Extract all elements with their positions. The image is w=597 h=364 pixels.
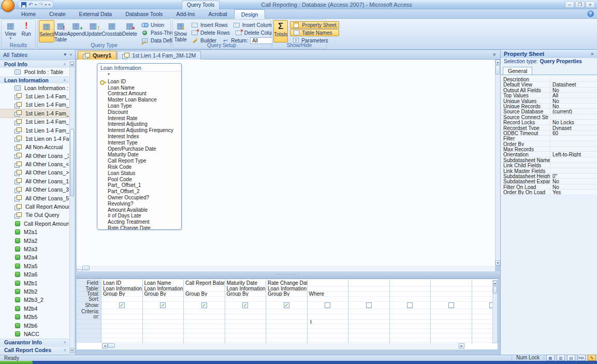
field-list-item[interactable]: * xyxy=(97,72,181,79)
property-value[interactable] xyxy=(550,147,597,152)
grid-cell[interactable] xyxy=(431,319,472,324)
field-list-item[interactable]: Discount xyxy=(97,109,181,115)
scroll-up-icon[interactable]: ▲ xyxy=(493,281,497,286)
delete-button[interactable]: ▦× Delete xyxy=(122,20,137,42)
grid-cell[interactable] xyxy=(143,309,184,314)
ribbon-tab-external-data[interactable]: External Data xyxy=(72,9,119,19)
property-row[interactable]: Order By xyxy=(501,141,597,147)
field-list-item[interactable]: Master Loan Balance xyxy=(97,97,181,103)
grid-cell[interactable] xyxy=(472,292,493,297)
field-list-item[interactable]: Loan Name xyxy=(97,85,181,91)
nav-item[interactable]: M2b4 xyxy=(0,304,69,313)
show-table-button[interactable]: ▦+ Show Table xyxy=(174,20,187,42)
scrollbar-thumb[interactable] xyxy=(493,286,497,294)
grid-cell[interactable] xyxy=(390,324,431,329)
grid-cell[interactable] xyxy=(431,280,472,286)
grid-cell[interactable] xyxy=(101,333,142,338)
field-list-item[interactable]: Owner Occupied? xyxy=(97,195,181,201)
show-checkbox[interactable]: ✓ xyxy=(160,302,166,308)
grid-cell[interactable] xyxy=(390,309,431,314)
ribbon-tab-design[interactable]: Design xyxy=(234,9,266,19)
nav-group-header[interactable]: Pool Info« xyxy=(0,61,69,68)
navigation-pane-header[interactable]: All Tables ▼ « xyxy=(0,50,75,60)
property-row[interactable]: Subdatasheet Height0" xyxy=(501,173,597,179)
table-names-button[interactable]: Table Names xyxy=(290,29,339,36)
grid-cell[interactable]: Group By xyxy=(101,292,142,297)
scroll-up-icon[interactable]: ▲ xyxy=(70,62,74,67)
grid-cell[interactable]: Group By xyxy=(266,292,307,297)
property-row[interactable]: Link Master Fields xyxy=(501,168,597,173)
nav-item[interactable]: M2b3_2 xyxy=(0,296,69,304)
grid-cell[interactable] xyxy=(266,324,307,329)
show-checkbox[interactable]: ✓ xyxy=(242,302,248,308)
nav-item[interactable]: 1st Lien 1-4 Fam_3y-5y xyxy=(0,118,69,126)
grid-cell[interactable] xyxy=(225,309,266,314)
grid-column[interactable] xyxy=(431,280,472,344)
property-value[interactable]: Left-to-Right xyxy=(550,152,597,157)
grid-cell[interactable] xyxy=(143,319,184,324)
document-tab[interactable]: 1st Lien 1-4 Fam_3M-12M xyxy=(117,51,201,60)
view-button[interactable]: ▦ View ▼ xyxy=(3,20,19,42)
field-list-item[interactable]: Interest Adjusting Frequency xyxy=(97,127,181,134)
property-row[interactable]: Description xyxy=(501,77,597,82)
update-button[interactable]: ▦! Update xyxy=(85,20,101,42)
field-list-item[interactable]: Pool Code xyxy=(97,177,181,183)
field-list-item[interactable]: Part_ Offset_1 xyxy=(97,182,181,188)
property-row[interactable]: Source Connect Str xyxy=(501,114,597,120)
show-checkbox[interactable] xyxy=(366,302,372,308)
grid-cell[interactable] xyxy=(431,292,472,297)
nav-item[interactable]: M2a2 xyxy=(0,236,69,244)
nav-item[interactable]: M2b2 xyxy=(0,287,69,296)
grid-show-cell[interactable] xyxy=(431,302,472,309)
grid-cell[interactable] xyxy=(143,297,184,302)
grid-cell[interactable] xyxy=(308,329,348,333)
grid-cell[interactable] xyxy=(143,333,184,338)
grid-cell[interactable] xyxy=(101,314,142,319)
field-list-item[interactable]: Rate Change Date xyxy=(97,225,181,230)
restore-button[interactable]: ❐ xyxy=(575,1,585,8)
nav-item[interactable]: M2b5 xyxy=(0,313,69,321)
grid-cell[interactable] xyxy=(101,297,142,302)
nav-item[interactable]: All Other Loans_>15y xyxy=(0,168,69,177)
grid-cell[interactable] xyxy=(225,329,266,333)
nav-group-header[interactable]: Call Report Codes« xyxy=(0,346,69,354)
property-value[interactable]: 0" xyxy=(550,173,597,179)
grid-cell[interactable] xyxy=(184,319,225,324)
nav-item[interactable]: All Other Loans_<3M xyxy=(0,160,69,168)
field-list-item[interactable]: Loan Status xyxy=(97,170,181,177)
nav-item[interactable]: M2a4 xyxy=(0,253,69,261)
grid-cell[interactable] xyxy=(225,314,266,319)
grid-cell[interactable] xyxy=(308,324,348,329)
chevron-icon[interactable]: « xyxy=(62,79,67,82)
document-tab[interactable]: Query1 xyxy=(78,51,117,60)
grid-show-cell[interactable] xyxy=(348,302,389,309)
property-value[interactable]: (current) xyxy=(550,109,597,114)
nav-item[interactable]: Pool Info : Table xyxy=(0,68,69,76)
property-value[interactable]: Datasheet xyxy=(550,82,597,87)
grid-cell[interactable] xyxy=(184,286,225,292)
property-sheet-button[interactable]: Property Sheet xyxy=(290,21,339,28)
field-list-item[interactable]: Interest Adjusting xyxy=(97,121,181,127)
nav-item[interactable]: 1st Lien 1-4 Fam_5y_15y xyxy=(0,126,69,134)
run-button[interactable]: ! Run xyxy=(19,20,35,42)
grid-cell[interactable] xyxy=(308,297,348,302)
grid-cell[interactable] xyxy=(101,338,142,343)
property-row[interactable]: Record LocksNo Locks xyxy=(501,120,597,125)
grid-show-cell[interactable] xyxy=(472,302,493,309)
close-button[interactable]: × xyxy=(586,1,595,8)
grid-cell[interactable] xyxy=(184,297,225,302)
grid-cell[interactable] xyxy=(308,309,348,314)
grid-cell[interactable]: Group By xyxy=(184,292,225,297)
scrollbar-thumb[interactable] xyxy=(108,343,115,348)
field-list-title[interactable]: Loan Information xyxy=(97,64,181,71)
grid-cell[interactable] xyxy=(431,286,472,292)
grid-cell[interactable] xyxy=(266,309,307,314)
insert-rows-button[interactable]: Insert Rows xyxy=(189,21,230,28)
nav-group-header[interactable]: Guarantor Info« xyxy=(0,339,69,346)
grid-cell[interactable] xyxy=(101,319,142,324)
grid-cell[interactable]: Group By xyxy=(225,292,266,297)
grid-cell[interactable] xyxy=(348,280,389,286)
grid-cell[interactable]: Call Report Balance: ( xyxy=(184,280,225,286)
property-row[interactable]: Default ViewDatasheet xyxy=(501,82,597,87)
grid-cell[interactable] xyxy=(143,314,184,319)
